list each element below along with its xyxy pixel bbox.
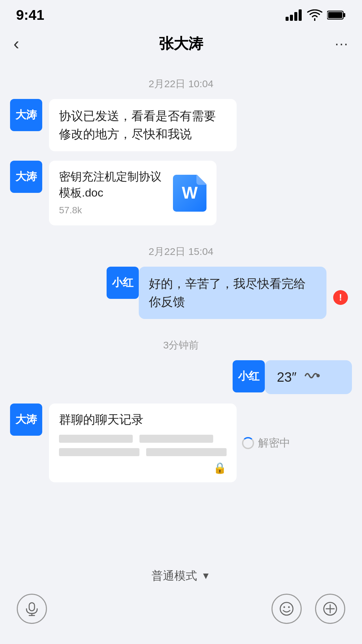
file-info: 密钥充注机定制协议模板.doc 57.8k — [59, 169, 166, 217]
mode-chevron-icon: ▼ — [201, 571, 210, 581]
more-button[interactable]: ··· — [322, 36, 349, 52]
nav-bar: ‹ 张大涛 ··· — [0, 27, 362, 60]
toolbar — [0, 590, 362, 631]
battery-icon — [327, 10, 346, 20]
history-title: 群聊的聊天记录 — [59, 412, 227, 428]
avatar-datao-1: 大涛 — [10, 99, 42, 131]
avatar-xiaohong-1: 小红 — [107, 267, 139, 299]
svg-point-7 — [316, 374, 320, 377]
plus-button[interactable] — [315, 594, 345, 624]
signal-icon — [286, 9, 302, 21]
message-bubble-3[interactable]: 好的，辛苦了，我尽快看完给你反馈 — [139, 267, 326, 319]
svg-rect-3 — [299, 9, 302, 21]
avatar-datao-3: 大涛 — [10, 404, 42, 436]
status-time: 9:41 — [16, 7, 44, 23]
page-title: 张大涛 — [159, 34, 203, 54]
decrypting-row: 解密中 — [242, 436, 290, 450]
status-icons — [286, 9, 346, 21]
svg-rect-6 — [328, 12, 342, 18]
decrypting-spinner — [242, 437, 254, 449]
lock-icon: 🔒 — [213, 462, 227, 474]
voice-wave-icon — [303, 368, 320, 386]
svg-rect-1 — [290, 15, 293, 21]
voice-bubble[interactable]: 23″ — [265, 360, 352, 394]
file-name: 密钥充注机定制协议模板.doc — [59, 169, 166, 201]
mode-bar[interactable]: 普通模式 ▼ — [0, 560, 362, 590]
svg-rect-0 — [286, 17, 289, 21]
history-bubble[interactable]: 群聊的聊天记录 🔒 — [49, 404, 237, 482]
svg-point-12 — [284, 606, 285, 608]
timestamp-3: 3分钟前 — [10, 338, 352, 352]
wifi-icon — [307, 9, 322, 21]
avatar-xiaohong-2: 小红 — [233, 360, 265, 392]
mic-button[interactable] — [17, 594, 47, 624]
mode-label: 普通模式 — [152, 568, 197, 584]
file-icon: W — [173, 175, 206, 212]
file-bubble[interactable]: 密钥充注机定制协议模板.doc 57.8k W — [49, 161, 217, 225]
history-preview-row2 — [59, 448, 227, 456]
emoji-button[interactable] — [272, 594, 302, 624]
right-tools — [272, 594, 345, 624]
avatar-datao-2: 大涛 — [10, 161, 42, 193]
status-bar: 9:41 — [0, 0, 362, 27]
message-bubble-1[interactable]: 协议已发送，看看是否有需要修改的地方，尽快和我说 — [49, 99, 237, 151]
svg-rect-8 — [29, 603, 35, 611]
message-row-5: 大涛 群聊的聊天记录 🔒 解密中 — [10, 404, 352, 482]
svg-rect-2 — [294, 12, 297, 21]
voice-duration: 23″ — [277, 370, 297, 385]
chat-area: 2月22日 10:04 大涛 协议已发送，看看是否有需要修改的地方，尽快和我说 … — [0, 60, 362, 557]
svg-rect-5 — [344, 13, 345, 17]
timestamp-2: 2月22日 15:04 — [10, 245, 352, 259]
error-indicator: ! — [333, 290, 348, 305]
svg-point-13 — [288, 606, 290, 608]
timestamp-1: 2月22日 10:04 — [10, 77, 352, 91]
history-preview-row1 — [59, 435, 227, 443]
decrypting-label: 解密中 — [258, 436, 290, 450]
message-row-4: 23″ 小红 — [10, 360, 352, 394]
history-footer: 🔒 — [59, 462, 227, 474]
file-size: 57.8k — [59, 203, 166, 217]
back-button[interactable]: ‹ — [13, 34, 40, 54]
message-row-1: 大涛 协议已发送，看看是否有需要修改的地方，尽快和我说 — [10, 99, 352, 151]
svg-point-11 — [280, 602, 293, 615]
message-row-3: ! 好的，辛苦了，我尽快看完给你反馈 小红 — [10, 267, 352, 319]
bottom-area: 普通模式 ▼ — [0, 560, 362, 644]
message-row-2: 大涛 密钥充注机定制协议模板.doc 57.8k W — [10, 161, 352, 225]
